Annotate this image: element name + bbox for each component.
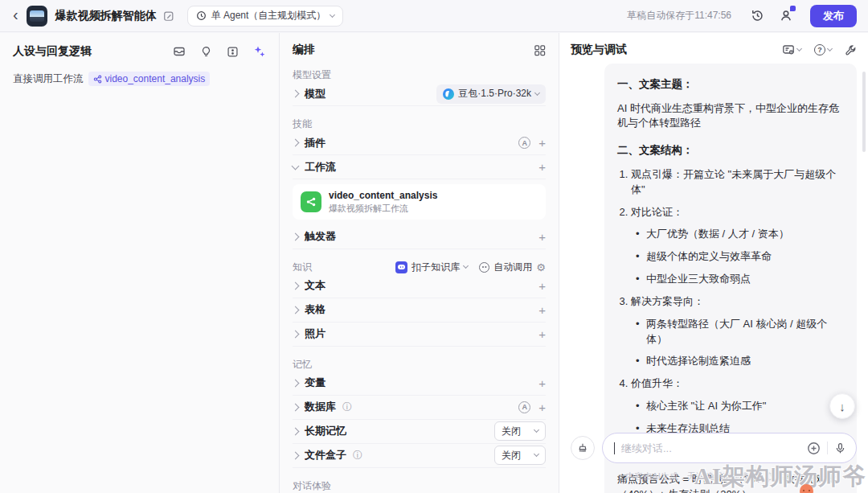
chevron-down-icon [292,162,300,170]
chevron-right-icon [292,330,300,338]
row-knowledge-table[interactable]: 表格 + [293,298,546,323]
list-item: 解决方案导向： 两条转型路径（大厂 AI 核心岗 / 超级个体） 时代选择论制造… [631,294,844,369]
main-content: 人设与回复逻辑 [0,33,868,493]
auto-badge-icon: A [518,137,530,149]
notification-badge [790,6,796,11]
list-item-text: 解决方案导向： [631,295,704,307]
model-section-label: 模型设置 [293,68,546,82]
kb-source-selector[interactable]: 扣子知识库 [395,261,468,274]
row-plugins-label: 插件 [305,136,326,150]
tools-button[interactable] [845,44,857,56]
chevron-down-icon [796,46,802,51]
row-triggers[interactable]: 触发器 + [293,225,546,249]
publish-button[interactable]: 发布 [810,5,857,27]
chevron-right-icon [292,90,300,98]
longterm-memory-select[interactable]: 关闭 [494,421,546,441]
history-icon [751,9,764,23]
skills-section-label: 技能 [293,117,546,131]
invoke-workflow-text: 直接调用工作流 [13,72,84,86]
attach-button[interactable] [807,442,821,455]
message-heading: 一、文案主题： [617,76,844,92]
add-trigger-button[interactable]: + [538,231,546,243]
prompt-library-icon[interactable] [173,45,186,58]
top-header: ‹ 爆款视频拆解智能体 单 Agent（自主规划模式） 草稿自动保存于11:47… [0,0,868,32]
wrench-icon [845,44,857,56]
bullet-item: 中型企业三大致命弱点 [636,272,844,287]
row-filebox[interactable]: 文件盒子 ⓘ 关闭 [293,444,546,468]
outline-view-icon[interactable] [227,46,239,58]
list-item-text: 对比论证： [631,206,683,218]
chevron-down-icon [330,11,335,17]
row-plugins[interactable]: 插件 A + [293,131,546,155]
chevron-right-icon [292,281,300,290]
voice-input-button[interactable] [834,442,846,454]
help-menu-button[interactable]: ? [814,44,832,55]
row-variables-label: 变量 [305,376,326,390]
chevron-down-icon [534,427,539,433]
agent-mode-selector[interactable]: 单 Agent（自主规划模式） [187,6,344,27]
lightbulb-icon[interactable] [200,46,212,58]
ai-polish-icon[interactable] [253,45,266,58]
row-model[interactable]: 模型 豆包·1.5·Pro·32k [293,82,546,106]
layout-grid-icon[interactable] [534,44,546,56]
gear-icon[interactable]: ⚙ [536,262,546,273]
agent-builder-app: { "icons": { "back": "‹", "plus": "+", "… [0,0,868,493]
add-plugin-button[interactable]: + [538,137,546,149]
coze-kb-icon [395,261,407,273]
message-paragraph: AI 时代商业生态重构背景下，中型企业的生存危机与个体转型路径 [617,101,844,132]
add-text-knowledge-button[interactable]: + [538,280,546,292]
workflow-card-name: video_content_analysis [329,190,437,203]
row-knowledge-photo[interactable]: 照片 + [293,323,546,347]
auto-call-icon [479,262,489,273]
row-workflows-label: 工作流 [305,160,336,175]
message-ordered-list: 观点引爆：开篇立论 "未来属于大厂与超级个体" 对比论证： 大厂优势（数据 / … [617,167,844,437]
scrollbar-thumb[interactable] [862,72,866,152]
add-table-knowledge-button[interactable]: + [538,304,546,316]
row-knowledge-text[interactable]: 文本 + [293,274,546,298]
chevron-right-icon [292,427,300,435]
auto-call-setting[interactable]: 自动调用 ⚙ [479,261,546,274]
edit-title-icon[interactable] [163,10,174,22]
scroll-to-bottom-button[interactable]: ↓ [829,393,855,419]
chevron-right-icon [292,451,300,459]
chat-input-box[interactable] [602,433,857,463]
chevron-right-icon [292,232,300,240]
agent-mode-icon [196,10,207,21]
debug-panel-icon [782,43,795,56]
row-variables[interactable]: 变量 + [293,372,546,396]
text-caret [614,442,615,454]
workflow-tag[interactable]: video_content_analysis [88,72,211,86]
filebox-value: 关闭 [502,449,521,462]
add-database-button[interactable]: + [538,401,546,413]
orchestration-panel: 编排 模型设置 模型 豆包·1.5·Pro·32k [280,33,559,493]
add-variable-button[interactable]: + [538,377,546,389]
chat-input-field[interactable] [621,442,800,454]
chevron-right-icon [292,403,300,411]
row-workflows[interactable]: 工作流 + [293,155,546,179]
list-item: 价值升华： 核心主张 "让 AI 为你工作" 未来生存法则总结 [631,376,844,437]
collaboration-button[interactable] [775,5,797,27]
microphone-icon [834,442,846,454]
row-filebox-label: 文件盒子 [305,448,346,462]
message-heading: 二、文案结构： [617,142,844,158]
list-item: 对比论证： 大厂优势（数据 / 人才 / 资本） 超级个体的定义与效率革命 中型… [631,205,844,287]
kb-source-label: 扣子知识库 [411,261,460,274]
row-database-label: 数据库 [305,400,336,414]
add-workflow-button[interactable]: + [538,161,546,173]
row-longterm-memory[interactable]: 长期记忆 关闭 [293,420,546,444]
autosave-status: 草稿自动保存于11:47:56 [627,9,731,23]
filebox-select[interactable]: 关闭 [494,446,546,465]
row-database[interactable]: 数据库 ⓘ A + [293,396,546,420]
back-button[interactable]: ‹ [11,6,20,25]
workflow-card-icon [301,191,321,212]
clear-context-button[interactable] [571,436,595,460]
chevron-down-icon [463,263,469,269]
row-longterm-label: 长期记忆 [305,424,346,438]
workflow-card[interactable]: video_content_analysis 爆款视频拆解工作流 [293,184,546,220]
model-selector[interactable]: 豆包·1.5·Pro·32k [436,84,546,104]
debug-settings-button[interactable] [782,43,801,56]
chat-experience-section-label: 对话体验 [293,479,546,493]
add-photo-knowledge-button[interactable]: + [538,328,546,340]
version-history-button[interactable] [746,5,768,27]
bullet-item: 核心主张 "让 AI 为你工作" [636,399,844,414]
